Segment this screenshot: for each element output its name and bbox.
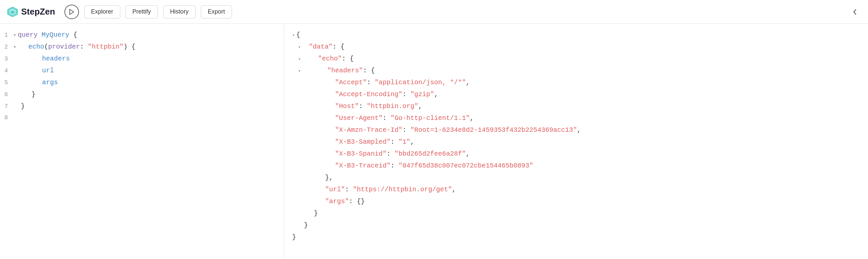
tri-root[interactable]: ▾ — [292, 31, 295, 40]
key-echo: "echo" — [318, 53, 342, 65]
code-line-4: 4 url — [0, 65, 284, 77]
result-line-b3-traceid: "X-B3-Traceid" : "047f65d38c007ec072cbe1… — [292, 160, 860, 172]
code-line-2: 2 ▾ echo(provider: "httpbin") { — [0, 41, 284, 53]
play-button[interactable] — [64, 5, 79, 19]
stepzen-logo-icon — [7, 6, 19, 18]
prettify-button[interactable]: Prettify — [126, 5, 158, 19]
code-line-1: 1 ▾ query MyQuery { — [0, 29, 284, 41]
result-line-data-close: } — [292, 219, 860, 231]
colon-ti: : — [402, 124, 410, 136]
tri-data[interactable]: ▾ — [298, 43, 301, 52]
key-args: "args" — [325, 196, 349, 207]
spacer-5 — [13, 78, 20, 88]
field-url: url — [42, 65, 54, 77]
close-brace-6: } — [31, 89, 35, 100]
code-line-3: 3 headers — [0, 53, 284, 65]
export-button[interactable]: Export — [201, 5, 232, 19]
code-line-5: 5 args — [0, 77, 284, 89]
line-num-5: 5 — [0, 77, 13, 88]
line-num-2: 2 — [0, 42, 13, 52]
play-icon — [69, 9, 74, 15]
result-line-accept: "Accept" : "application/json, */*" , — [292, 77, 860, 89]
key-b3-sampled: "X-B3-Sampled" — [335, 136, 391, 148]
val-url: "https://httpbin.org/get" — [353, 184, 452, 196]
colon-accept: : — [367, 77, 375, 89]
colon-args: : {} — [349, 196, 365, 207]
result-line-root-open: ▾ { — [292, 29, 860, 41]
close-headers: }, — [325, 172, 333, 184]
key-accept-encoding: "Accept-Encoding" — [335, 89, 402, 100]
result-line-echo: ▾ "echo" : { — [292, 53, 860, 65]
line-num-7: 7 — [0, 101, 13, 112]
kw-query: query — [18, 29, 42, 41]
comma-url: , — [452, 184, 456, 196]
val-trace-id: "Root=1-6234e8d2-1459353f432b2254369acc1… — [410, 124, 577, 136]
root-brace: { — [296, 29, 300, 41]
colon-echo: : { — [342, 53, 353, 65]
result-line-headers-close: }, — [292, 172, 860, 184]
collapse-sidebar-button[interactable] — [848, 5, 861, 19]
val-b3-traceid: "047f65d38c007ec072cbe154465b0893" — [399, 160, 533, 172]
result-line-b3-spanid: "X-B3-Spanid" : "bbd265d2fee6a28f" , — [292, 148, 860, 160]
val-b3-sampled: "1" — [399, 136, 410, 148]
comma-accept: , — [466, 77, 470, 89]
explorer-button[interactable]: Explorer — [84, 5, 120, 19]
colon-host: : — [359, 100, 367, 112]
kw-myquery: MyQuery — [42, 29, 69, 41]
tri-echo[interactable]: ▾ — [298, 55, 301, 63]
kw-echo: echo — [28, 41, 44, 53]
kw-provider: provider — [48, 41, 80, 53]
logo-text: StepZen — [21, 7, 55, 17]
toolbar: StepZen Explorer Prettify History Export — [0, 0, 868, 24]
collapse-arrow-1[interactable]: ▾ — [13, 31, 17, 40]
line-num-3: 3 — [0, 54, 13, 64]
colon-1: : — [80, 41, 88, 53]
query-editor[interactable]: 1 ▾ query MyQuery { 2 ▾ echo(provider: "… — [0, 24, 284, 259]
result-line-url: "url" : "https://httpbin.org/get" , — [292, 184, 860, 196]
key-b3-traceid: "X-B3-Traceid" — [335, 160, 391, 172]
comma-ae: , — [434, 89, 438, 100]
result-line-trace-id: "X-Amzn-Trace-Id" : "Root=1-6234e8d2-145… — [292, 124, 860, 136]
paren-open: ( — [44, 41, 48, 53]
val-accept-encoding: "gzip" — [410, 89, 434, 100]
line-num-4: 4 — [0, 65, 13, 76]
line-num-6: 6 — [0, 89, 13, 100]
close-brace-7: } — [21, 100, 25, 112]
comma-ti: , — [577, 124, 581, 136]
comma-b3sp: , — [466, 148, 470, 160]
result-line-echo-close: } — [292, 207, 860, 219]
result-line-accept-encoding: "Accept-Encoding" : "gzip" , — [292, 89, 860, 100]
key-b3-spanid: "X-B3-Spanid" — [335, 148, 386, 160]
brace-1: { — [69, 29, 77, 41]
line-num-8: 8 — [0, 112, 13, 123]
key-url: "url" — [325, 184, 345, 196]
colon-ae: : — [402, 89, 410, 100]
spacer-7 — [13, 102, 20, 112]
brace-2: { — [128, 41, 135, 53]
val-host: "httpbin.org" — [367, 100, 418, 112]
key-headers: "headers" — [327, 65, 363, 77]
comma-b3s: , — [410, 136, 414, 148]
comma-ua: , — [470, 112, 474, 124]
result-line-headers: ▾ "headers" : { — [292, 65, 860, 77]
result-line-user-agent: "User-Agent" : "Go-http-client/1.1" , — [292, 112, 860, 124]
code-line-8: 8 — [0, 112, 284, 123]
comma-host: , — [418, 100, 422, 112]
collapse-arrow-2[interactable]: ▾ — [13, 43, 17, 52]
key-host: "Host" — [335, 100, 359, 112]
tri-headers[interactable]: ▾ — [298, 67, 301, 75]
line-num-1: 1 — [0, 30, 13, 40]
result-line-b3-sampled: "X-B3-Sampled" : "1" , — [292, 136, 860, 148]
val-httpbin: "httpbin" — [88, 41, 124, 53]
code-line-7: 7 } — [0, 100, 284, 112]
close-echo: } — [314, 207, 318, 219]
close-data: } — [304, 219, 308, 231]
val-user-agent: "Go-http-client/1.1" — [391, 112, 470, 124]
history-button[interactable]: History — [163, 5, 196, 19]
code-line-6: 6 } — [0, 89, 284, 100]
spacer-4 — [13, 66, 20, 76]
result-panel[interactable]: ▾ { ▾ "data" : { ▾ "echo" : { ▾ "headers… — [284, 24, 868, 259]
result-line-args: "args" : {} — [292, 196, 860, 207]
colon-b3s: : — [391, 136, 399, 148]
paren-close: ) — [124, 41, 128, 53]
